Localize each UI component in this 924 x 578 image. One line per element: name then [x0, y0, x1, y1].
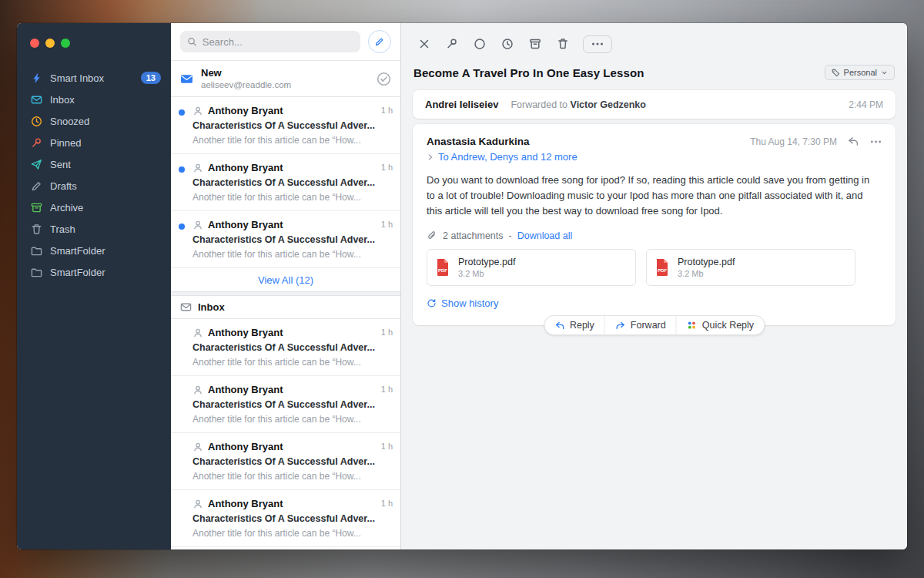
person-icon: [192, 385, 203, 395]
attachment-card[interactable]: PDF Prototype.pdf 3.2 Mb: [427, 249, 636, 286]
mail-list-item[interactable]: Anthony Bryant 1 h Characteristics Of A …: [171, 490, 400, 547]
mail-list-item[interactable]: Anthony Bryant 1 h Characteristics Of A …: [171, 376, 400, 433]
delete-button[interactable]: [549, 32, 577, 55]
mail-app-window: Smart Inbox 13 Inbox Snoozed Pinned: [17, 23, 907, 549]
pdf-file-icon: PDF: [435, 258, 450, 277]
more-actions-button[interactable]: [583, 35, 612, 53]
mail-list-item[interactable]: Anthony Bryant 1 h Characteristics Of A …: [171, 211, 400, 268]
reply-button[interactable]: Reply: [544, 316, 604, 334]
person-icon: [192, 499, 203, 509]
quick-reply-dots-icon: [687, 320, 698, 331]
mail-list-item[interactable]: Anthony Bryant 1 h Characteristics Of A …: [171, 319, 400, 376]
sidebar-item-drafts[interactable]: Drafts: [17, 175, 171, 197]
mark-circle-button[interactable]: [466, 32, 494, 55]
sidebar-item-pinned[interactable]: Pinned: [17, 132, 171, 153]
close-message-button[interactable]: [410, 32, 438, 55]
tag-selector[interactable]: Personal: [825, 65, 895, 80]
download-all-link[interactable]: Download all: [517, 230, 573, 241]
attachments-separator: -: [509, 230, 512, 241]
sidebar-item-smartfolder-1[interactable]: SmartFolder: [17, 240, 171, 261]
sidebar-item-label: Snoozed: [50, 116, 161, 127]
quick-actions-bar: Reply Forward Quick Reply: [544, 315, 765, 335]
message-header: Anastasia Kadurkina Thu Aug 14, 7:30 PM: [427, 136, 882, 147]
zoom-window-button[interactable]: [61, 39, 70, 48]
reply-arrow-button[interactable]: [847, 136, 860, 147]
forward-sender: Andrei Ieliseiev: [425, 99, 498, 110]
sidebar-nav: Smart Inbox 13 Inbox Snoozed Pinned: [17, 67, 171, 283]
sidebar-item-archive[interactable]: Archive: [17, 197, 171, 218]
folder-icon: [31, 245, 42, 257]
paperclip-icon: [427, 230, 437, 241]
sidebar-item-smartfolder-2[interactable]: SmartFolder: [17, 261, 171, 283]
reply-arrow-icon: [554, 321, 565, 331]
mail-subject: Characteristics Of A Successful Adver...: [192, 455, 393, 469]
envelope-icon: [180, 301, 192, 313]
unread-dot: [179, 166, 185, 173]
sidebar-item-label: Trash: [50, 223, 161, 235]
search-box[interactable]: [180, 31, 360, 52]
mail-subject: Characteristics Of A Successful Adver...: [192, 512, 393, 526]
mail-time: 1 h: [381, 106, 393, 115]
attachment-info: Prototype.pdf 3.2 Mb: [678, 256, 735, 279]
forward-target: Victor Gedzenko: [571, 99, 646, 110]
mail-list-item[interactable]: Anthony Bryant 1 h Characteristics Of A …: [171, 97, 400, 154]
mail-sender: Anthony Bryant: [208, 104, 283, 118]
sidebar-item-label: Pinned: [50, 137, 161, 149]
minimize-window-button[interactable]: [45, 39, 55, 48]
attachment-size: 3.2 Mb: [458, 268, 515, 279]
mail-time: 1 h: [381, 328, 393, 337]
sidebar-item-trash[interactable]: Trash: [17, 218, 171, 240]
mail-sender: Anthony Bryant: [208, 161, 283, 175]
folder-icon: [31, 267, 42, 278]
recipients-row[interactable]: To Andrew, Denys and 12 more: [427, 151, 882, 163]
close-window-button[interactable]: [30, 39, 39, 48]
check-circle-icon[interactable]: [377, 72, 391, 86]
forward-button[interactable]: Forward: [604, 316, 676, 334]
person-icon: [192, 220, 203, 230]
reader-toolbar: [401, 23, 907, 57]
mail-subject: Characteristics Of A Successful Adver...: [192, 398, 393, 412]
sidebar-item-sent[interactable]: Sent: [17, 153, 171, 175]
quick-reply-button[interactable]: Quick Reply: [676, 316, 764, 334]
search-input[interactable]: [203, 36, 353, 48]
sidebar-item-label: Sent: [50, 159, 161, 170]
history-icon: [427, 298, 437, 308]
more-ellipsis-icon: [870, 140, 882, 143]
search-icon: [187, 36, 197, 47]
archive-button[interactable]: [521, 32, 549, 55]
mail-preview: Another title for this article can be “H…: [192, 413, 393, 425]
sidebar-item-label: SmartFolder: [50, 267, 161, 278]
new-mail-envelope-icon: [180, 72, 193, 86]
circle-icon: [474, 38, 486, 50]
mail-time: 1 h: [381, 385, 393, 394]
message-body: Do you want to download free song for ip…: [427, 173, 877, 219]
more-ellipsis-icon: [591, 42, 604, 45]
message-more-button[interactable]: [870, 140, 882, 143]
trash-icon: [557, 38, 569, 50]
sidebar-item-snoozed[interactable]: Snoozed: [17, 110, 171, 132]
close-icon: [418, 38, 430, 50]
svg-text:PDF: PDF: [438, 268, 447, 273]
unread-count-badge: 13: [141, 72, 161, 84]
show-history-link[interactable]: Show history: [427, 297, 498, 309]
pin-message-button[interactable]: [438, 32, 466, 55]
forwarded-header-card[interactable]: Andrei Ieliseiev Forwarded to Victor Ged…: [413, 90, 896, 119]
recipients-text: To Andrew, Denys and 12 more: [438, 151, 578, 163]
search-row: [171, 23, 400, 61]
mail-time: 1 h: [381, 442, 393, 451]
attachment-card[interactable]: PDF Prototype.pdf 3.2 Mb: [646, 249, 855, 286]
new-account-row[interactable]: New aeliseev@readdle.com: [171, 61, 400, 97]
mail-list-item[interactable]: Anthony Bryant 1 h Characteristics Of A …: [171, 433, 400, 490]
pencil-icon: [31, 180, 42, 192]
mail-list-item[interactable]: Anthony Bryant 1 h Characteristics Of A …: [171, 154, 400, 211]
new-row-email: aeliseev@readdle.com: [201, 79, 369, 91]
snooze-button[interactable]: [494, 32, 521, 55]
mail-subject: Characteristics Of A Successful Adver...: [192, 176, 393, 190]
view-all-link[interactable]: View All (12): [171, 268, 400, 292]
message-date: Thu Aug 14, 7:30 PM: [750, 136, 837, 147]
sidebar-item-inbox[interactable]: Inbox: [17, 89, 171, 110]
compose-button[interactable]: [368, 30, 391, 53]
sidebar-item-smart-inbox[interactable]: Smart Inbox 13: [17, 67, 171, 89]
attachments-summary: 2 attachments - Download all: [427, 230, 882, 241]
mail-sender: Anthony Bryant: [208, 497, 283, 511]
